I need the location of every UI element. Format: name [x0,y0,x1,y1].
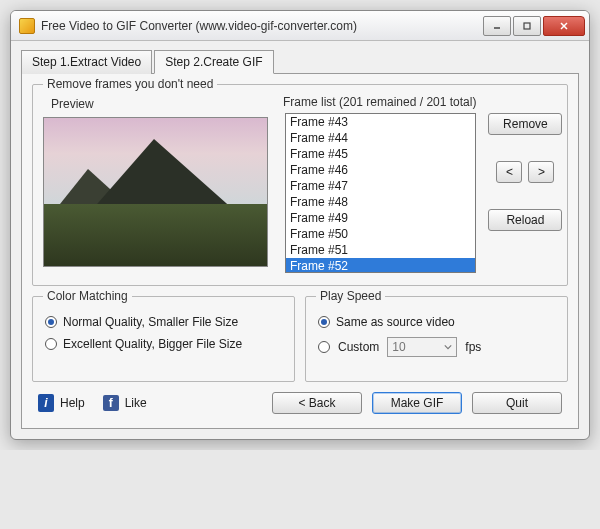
list-item[interactable]: Frame #45 [286,146,475,162]
list-item[interactable]: Frame #43 [286,114,475,130]
radio-excellent-quality[interactable]: Excellent Quality, Bigger File Size [45,337,282,351]
radio-same-speed[interactable]: Same as source video [318,315,555,329]
list-item[interactable]: Frame #46 [286,162,475,178]
reload-button[interactable]: Reload [488,209,562,231]
like-label: Like [125,396,147,410]
list-item[interactable]: Frame #51 [286,242,475,258]
list-item[interactable]: Frame #49 [286,210,475,226]
tab-step2[interactable]: Step 2.Create GIF [154,50,273,74]
help-link[interactable]: i Help [38,394,85,412]
fps-unit: fps [465,340,481,354]
svg-rect-1 [524,23,530,29]
fps-combo[interactable]: 10 [387,337,457,357]
preview-image [43,117,268,267]
tabs: Step 1.Extract Video Step 2.Create GIF [21,49,579,73]
titlebar: Free Video to GIF Converter (www.video-g… [11,11,589,41]
minimize-button[interactable] [483,16,511,36]
radio-label: Normal Quality, Smaller File Size [63,315,238,329]
prev-frame-button[interactable]: < [496,161,522,183]
radio-icon [45,316,57,328]
chevron-down-icon [444,343,452,351]
list-item[interactable]: Frame #48 [286,194,475,210]
frame-list[interactable]: Frame #43Frame #44Frame #45Frame #46Fram… [285,113,476,273]
maximize-button[interactable] [513,16,541,36]
app-icon [19,18,35,34]
radio-custom-speed[interactable]: Custom 10 fps [318,337,555,357]
speed-group-title: Play Speed [316,289,385,303]
make-gif-button[interactable]: Make GIF [372,392,462,414]
radio-normal-quality[interactable]: Normal Quality, Smaller File Size [45,315,282,329]
window-title: Free Video to GIF Converter (www.video-g… [41,19,481,33]
color-group-title: Color Matching [43,289,132,303]
list-item[interactable]: Frame #50 [286,226,475,242]
color-group: Color Matching Normal Quality, Smaller F… [32,296,295,382]
facebook-icon: f [103,395,119,411]
quit-button[interactable]: Quit [472,392,562,414]
list-item[interactable]: Frame #52 [286,258,475,273]
help-label: Help [60,396,85,410]
frames-group-title: Remove frames you don't need [43,77,217,91]
back-button[interactable]: < Back [272,392,362,414]
preview-label: Preview [51,97,273,111]
list-item[interactable]: Frame #47 [286,178,475,194]
radio-label: Custom [338,340,379,354]
radio-label: Excellent Quality, Bigger File Size [63,337,242,351]
help-icon: i [38,394,54,412]
next-frame-button[interactable]: > [528,161,554,183]
radio-label: Same as source video [336,315,455,329]
footer: i Help f Like < Back Make GIF Quit [32,382,568,418]
tab-step1[interactable]: Step 1.Extract Video [21,50,152,74]
radio-icon [45,338,57,350]
radio-icon [318,341,330,353]
frames-group: Remove frames you don't need Preview Fra… [32,84,568,286]
like-link[interactable]: f Like [103,395,147,411]
frame-list-label: Frame list (201 remained / 201 total) [283,95,476,109]
remove-button[interactable]: Remove [488,113,562,135]
fps-value: 10 [392,340,405,354]
app-window: Free Video to GIF Converter (www.video-g… [10,10,590,440]
speed-group: Play Speed Same as source video Custom 1… [305,296,568,382]
radio-icon [318,316,330,328]
tab-panel: Remove frames you don't need Preview Fra… [21,73,579,429]
list-item[interactable]: Frame #44 [286,130,475,146]
close-button[interactable] [543,16,585,36]
